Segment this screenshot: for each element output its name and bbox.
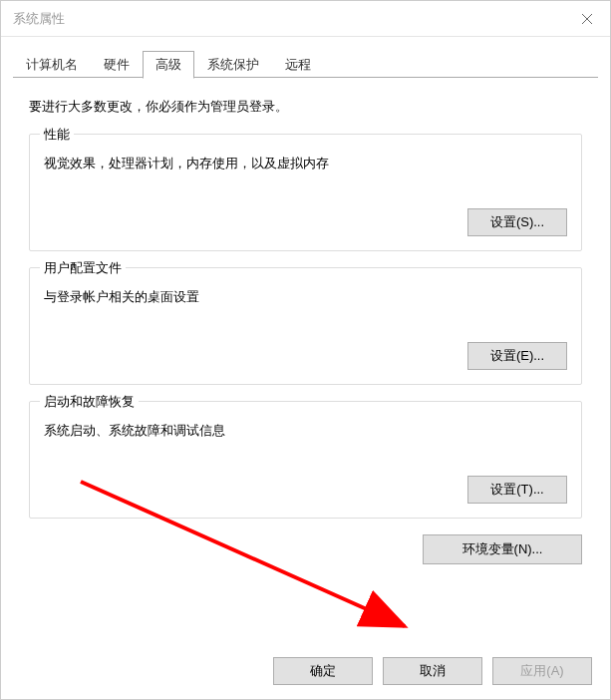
apply-button[interactable]: 应用(A) (492, 657, 592, 685)
tabs-container: 计算机名 硬件 高级 系统保护 远程 (1, 37, 610, 78)
ok-button[interactable]: 确定 (273, 657, 373, 685)
tab-hardware[interactable]: 硬件 (91, 51, 143, 78)
performance-title: 性能 (40, 126, 74, 144)
user-profiles-title: 用户配置文件 (40, 259, 126, 277)
dialog-buttons: 确定 取消 应用(A) (1, 643, 610, 699)
environment-variables-button[interactable]: 环境变量(N)... (423, 534, 582, 564)
tab-system-protection[interactable]: 系统保护 (194, 51, 272, 78)
close-icon (582, 14, 592, 24)
tab-remote[interactable]: 远程 (272, 51, 324, 78)
startup-recovery-group: 启动和故障恢复 系统启动、系统故障和调试信息 设置(T)... (29, 401, 582, 519)
user-profiles-settings-button[interactable]: 设置(E)... (467, 342, 567, 370)
tab-computer-name[interactable]: 计算机名 (13, 51, 91, 78)
startup-recovery-settings-button[interactable]: 设置(T)... (467, 476, 567, 504)
startup-recovery-desc: 系统启动、系统故障和调试信息 (44, 422, 567, 440)
performance-group: 性能 视觉效果，处理器计划，内存使用，以及虚拟内存 设置(S)... (29, 134, 582, 251)
titlebar: 系统属性 (1, 1, 610, 37)
cancel-button[interactable]: 取消 (383, 657, 482, 685)
window-title: 系统属性 (13, 10, 65, 28)
startup-recovery-title: 启动和故障恢复 (40, 393, 139, 411)
tab-advanced[interactable]: 高级 (143, 51, 194, 79)
user-profiles-group: 用户配置文件 与登录帐户相关的桌面设置 设置(E)... (29, 267, 582, 385)
performance-settings-button[interactable]: 设置(S)... (467, 208, 567, 236)
admin-notice: 要进行大多数更改，你必须作为管理员登录。 (29, 98, 582, 116)
performance-desc: 视觉效果，处理器计划，内存使用，以及虚拟内存 (44, 155, 567, 173)
system-properties-window: 系统属性 计算机名 硬件 高级 系统保护 远程 要进行大多数更改，你必须作为管理… (0, 0, 611, 700)
tab-content: 要进行大多数更改，你必须作为管理员登录。 性能 视觉效果，处理器计划，内存使用，… (1, 78, 610, 643)
tab-strip: 计算机名 硬件 高级 系统保护 远程 (13, 51, 598, 78)
close-button[interactable] (564, 1, 610, 37)
user-profiles-desc: 与登录帐户相关的桌面设置 (44, 288, 567, 306)
